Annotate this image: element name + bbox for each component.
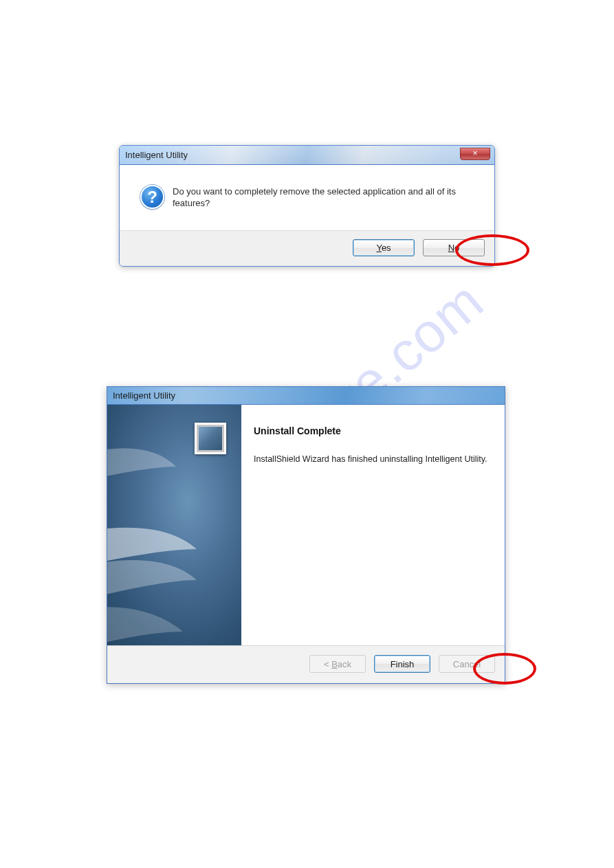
no-button[interactable]: No: [423, 239, 485, 256]
wizard-sidebar-image: [107, 405, 241, 645]
wizard-title: Intelligent Utility: [107, 387, 505, 405]
back-button: < Back: [309, 655, 366, 673]
close-button[interactable]: ×: [460, 148, 490, 160]
close-icon: ×: [472, 148, 477, 158]
confirm-dialog: Intelligent Utility × ? Do you want to c…: [119, 145, 495, 267]
cancel-button: Cancel: [439, 655, 495, 673]
cancel-button-label: Cancel: [453, 659, 481, 669]
question-icon: ?: [140, 185, 164, 209]
no-button-label: No: [448, 243, 460, 253]
wizard-main: Uninstall Complete InstallShield Wizard …: [241, 405, 505, 645]
finish-button[interactable]: Finish: [374, 655, 430, 673]
dialog-message: Do you want to completely remove the sel…: [173, 185, 474, 210]
installshield-logo-icon: [195, 423, 226, 454]
dialog-title: Intelligent Utility: [120, 146, 494, 165]
wizard-content: Uninstall Complete InstallShield Wizard …: [107, 405, 505, 645]
back-button-label: < Back: [324, 659, 351, 669]
wizard-footer: < Back Finish Cancel: [107, 645, 505, 683]
yes-button-label: Yes: [376, 243, 391, 253]
wizard-body-text: InstallShield Wizard has finished uninst…: [254, 454, 492, 464]
dialog-footer: Yes No: [120, 230, 494, 266]
dialog-titlebar: Intelligent Utility ×: [120, 146, 494, 165]
wizard-titlebar: Intelligent Utility: [107, 387, 505, 405]
wizard-heading: Uninstall Complete: [254, 425, 492, 436]
yes-button[interactable]: Yes: [353, 239, 415, 256]
dialog-body: ? Do you want to completely remove the s…: [120, 165, 494, 230]
finish-button-label: Finish: [391, 659, 415, 669]
wizard-dialog: Intelligent Utility Uninstall Complete I…: [107, 386, 505, 684]
